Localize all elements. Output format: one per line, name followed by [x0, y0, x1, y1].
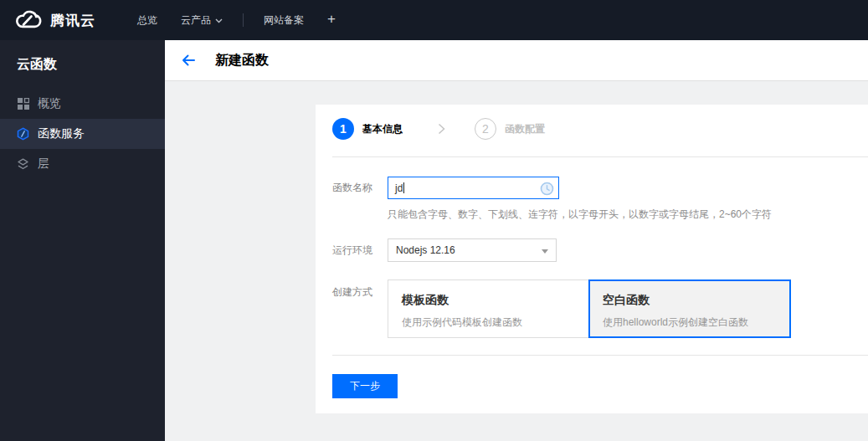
validating-clock-icon	[540, 182, 554, 198]
scf-hexagon-icon	[17, 128, 29, 141]
next-step-button[interactable]: 下一步	[332, 374, 398, 398]
page-title: 新建函数	[215, 52, 269, 69]
nav-overview[interactable]: 总览	[126, 0, 169, 40]
sidebar-item-function-service[interactable]: 函数服务	[0, 119, 165, 149]
method-card-desc: 使用helloworld示例创建空白函数	[603, 315, 777, 330]
sidebar: 云函数 概览 函数服务 层	[0, 40, 165, 441]
method-card-title: 模板函数	[402, 293, 575, 308]
brand-name: 腾讯云	[50, 11, 95, 30]
function-name-input[interactable]: jd	[388, 177, 559, 199]
top-navbar: 腾讯云 总览 云产品 网站备案 +	[0, 0, 868, 40]
arrow-left-icon	[181, 54, 196, 67]
sidebar-title: 云函数	[0, 40, 165, 89]
add-tab-button[interactable]: +	[316, 0, 347, 40]
text-cursor	[403, 182, 404, 193]
divider	[332, 156, 868, 157]
runtime-label: 运行环境	[332, 238, 372, 262]
nav-separator	[243, 13, 244, 27]
layers-icon	[17, 158, 29, 171]
method-card-title: 空白函数	[603, 293, 777, 308]
grid-icon	[17, 98, 29, 110]
sidebar-item-label: 函数服务	[38, 126, 85, 141]
method-card-desc: 使用示例代码模板创建函数	[402, 315, 575, 330]
function-name-value: jd	[395, 182, 403, 194]
content-area: 1 基本信息 2 函数配置 函数名称 jd 只能包含字母、数字、下划线、连字符，…	[165, 82, 868, 441]
method-card-blank-selected[interactable]: 空白函数 使用helloworld示例创建空白函数	[588, 279, 791, 338]
back-button[interactable]	[181, 54, 196, 67]
function-name-label: 函数名称	[332, 177, 372, 199]
creation-method-label: 创建方式	[332, 285, 372, 300]
runtime-select[interactable]: Nodejs 12.16	[388, 238, 557, 262]
cloud-logo-icon	[13, 10, 42, 30]
step-2-label: 函数配置	[505, 118, 545, 140]
sidebar-item-overview[interactable]: 概览	[0, 89, 165, 119]
step-chevron-icon	[438, 123, 445, 137]
divider	[332, 355, 868, 356]
step-1-label: 基本信息	[362, 118, 403, 140]
nav-cloud-products[interactable]: 云产品	[169, 0, 234, 40]
page-header: 新建函数	[165, 40, 868, 81]
function-name-help: 只能包含字母、数字、下划线、连字符，以字母开头，以数字或字母结尾，2~60个字符	[388, 208, 772, 222]
sidebar-item-layers[interactable]: 层	[0, 149, 165, 179]
chevron-down-icon	[215, 0, 223, 40]
select-caret-icon	[542, 249, 548, 254]
step-1-circle: 1	[332, 118, 354, 140]
top-nav-menu: 总览 云产品 网站备案 +	[126, 0, 347, 40]
step-2-circle: 2	[475, 118, 496, 140]
tencent-cloud-logo[interactable]: 腾讯云	[13, 10, 95, 30]
method-card-template[interactable]: 模板函数 使用示例代码模板创建函数	[388, 279, 589, 338]
runtime-value: Nodejs 12.16	[396, 244, 455, 256]
sidebar-item-label: 概览	[38, 96, 61, 111]
nav-website-beian[interactable]: 网站备案	[252, 0, 316, 40]
create-function-panel: 1 基本信息 2 函数配置 函数名称 jd 只能包含字母、数字、下划线、连字符，…	[316, 105, 868, 413]
sidebar-item-label: 层	[38, 156, 49, 172]
